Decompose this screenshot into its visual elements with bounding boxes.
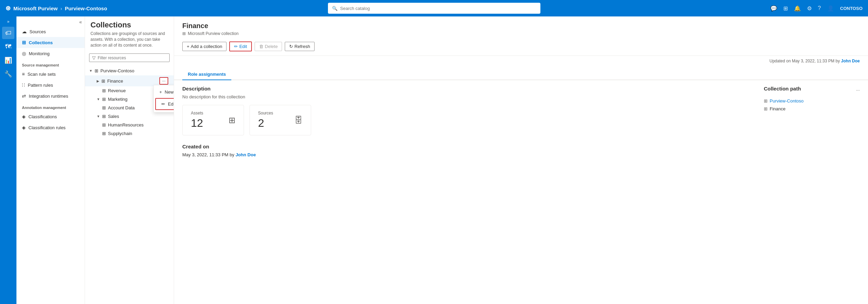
tree-body: ▼ ⊞ Purview-Contoso ▶ ⊞ Finance ··· + — [85, 65, 174, 304]
classification-rules-icon: ◈ — [22, 125, 26, 130]
sidebar-label-pattern-rules: Pattern rules — [28, 83, 53, 88]
human-resources-label: HumanResources — [108, 122, 170, 127]
add-icon: + — [187, 44, 190, 49]
collection-path-item-1: ⊞ Finance — [764, 105, 860, 113]
edit-dropdown-icon: ✏ — [161, 101, 165, 107]
sidebar: « ☁ Sources ⊞ Collections ◎ Monitoring S… — [16, 16, 85, 304]
collection-path-more-icon[interactable]: ··· — [856, 87, 860, 93]
tab-role-assignments[interactable]: Role assignments — [182, 69, 231, 80]
detail-subtitle: ⊞ Microsoft Purview collection — [182, 31, 860, 36]
collection-path-label-1: Finance — [770, 106, 785, 111]
created-date: May 3, 2022, 11:33 PM by John Doe — [182, 152, 753, 157]
management-icon: 🔧 — [4, 70, 12, 78]
updated-row: Updated on May 3, 2022, 11:33 PM by John… — [174, 56, 868, 66]
add-collection-button[interactable]: + Add a collection — [182, 42, 227, 51]
expand-rail-icon[interactable]: » — [7, 19, 10, 24]
tree-item-human-resources[interactable]: ⊞ HumanResources — [85, 121, 174, 129]
rail-management[interactable]: 🔧 — [2, 68, 14, 80]
search-icon: 🔍 — [332, 6, 338, 11]
collection-path-title: Collection path — [764, 86, 801, 92]
insights-icon: 📊 — [4, 57, 12, 64]
sidebar-item-integration-runtimes[interactable]: ⇄ Integration runtimes — [16, 90, 85, 101]
sidebar-item-classification-rules[interactable]: ◈ Classification rules — [16, 122, 85, 133]
supplychain-label: Supplychain — [108, 131, 170, 136]
edit-item[interactable]: ✏ Edit — [155, 98, 174, 110]
sidebar-item-monitoring[interactable]: ◎ Monitoring — [16, 48, 85, 59]
search-bar[interactable]: 🔍 — [328, 3, 540, 14]
sidebar-item-classifications[interactable]: ◈ Classifications — [16, 111, 85, 122]
settings-icon[interactable]: ⚙ — [807, 5, 812, 12]
collection-path-link-0[interactable]: Purview-Contoso — [770, 98, 804, 104]
sidebar-collapse[interactable]: « — [16, 18, 85, 26]
portals-icon[interactable]: ⊞ — [783, 5, 788, 12]
assets-count: 12 — [191, 117, 203, 130]
detail-main: Description No description for this coll… — [182, 86, 753, 157]
refresh-button[interactable]: ↻ Refresh — [285, 42, 315, 51]
pattern-rules-icon: ∷ — [22, 82, 25, 88]
feedback-icon[interactable]: 💬 — [770, 5, 777, 12]
sidebar-label-sources: Sources — [29, 29, 46, 34]
catalog-icon: 🏷 — [5, 29, 11, 37]
updated-text: Updated on May 3, 2022, 11:33 PM by John… — [770, 59, 860, 63]
collection-path-item-0: ⊞ Purview-Contoso — [764, 97, 860, 105]
tree-item-sales[interactable]: ▼ ⊞ Sales — [85, 112, 174, 121]
filter-input[interactable] — [98, 56, 167, 60]
collection-path-section: Collection path ··· ⊞ Purview-Contoso ⊞ … — [764, 86, 860, 157]
description-title: Description — [182, 86, 753, 92]
tree-item-supplychain[interactable]: ⊞ Supplychain — [85, 129, 174, 138]
top-nav-icons: 💬 ⊞ 🔔 ⚙ ? 👤 CONTOSO — [770, 5, 863, 12]
top-navigation: ⊛ Microsoft Purview › Purview-Contoso 🔍 … — [0, 0, 868, 16]
marketing-chevron: ▼ — [97, 97, 100, 101]
detail-panel: Finance ⊞ Microsoft Purview collection +… — [174, 16, 868, 304]
assets-info: Assets 12 — [191, 111, 203, 130]
finance-chevron: ▶ — [97, 79, 99, 83]
sources-label: Sources — [258, 111, 273, 115]
supplychain-icon: ⊞ — [102, 131, 106, 136]
notifications-icon[interactable]: 🔔 — [794, 5, 801, 12]
delete-label: Delete — [265, 44, 278, 49]
annotation-management-label: Annotation management — [16, 101, 85, 111]
sources-info: Sources 2 — [258, 111, 273, 130]
monitoring-icon: ◎ — [22, 51, 26, 56]
sources-card: Sources 2 🗄 — [249, 105, 311, 135]
root-icon: ⊞ — [95, 68, 98, 73]
stats-row: Assets 12 ⊞ Sources 2 🗄 — [182, 105, 753, 135]
new-subcollection-item[interactable]: + New subcollection — [154, 87, 174, 97]
collapse-icon[interactable]: « — [79, 19, 82, 25]
page-title: Collections — [90, 21, 168, 29]
delete-button[interactable]: 🗑 Delete — [255, 42, 282, 51]
assets-icon: ⊞ — [229, 115, 235, 125]
integration-runtimes-icon: ⇄ — [22, 93, 26, 99]
refresh-label: Refresh — [294, 44, 310, 49]
sales-chevron: ▼ — [97, 114, 100, 118]
profile-icon[interactable]: 👤 — [827, 5, 834, 12]
refresh-icon: ↻ — [289, 44, 293, 49]
help-icon[interactable]: ? — [818, 5, 821, 11]
plus-icon: + — [159, 89, 162, 95]
purview-logo-icon: ⊛ — [5, 4, 11, 12]
sidebar-item-sources[interactable]: ☁ Sources — [16, 26, 85, 37]
edit-button[interactable]: ✏ Edit — [229, 41, 252, 51]
sidebar-label-integration-runtimes: Integration runtimes — [29, 94, 68, 99]
tree-item-finance[interactable]: ▶ ⊞ Finance ··· + New subcollection ✏ Ed… — [85, 75, 174, 86]
filter-box[interactable]: ▽ — [89, 53, 170, 62]
rail-data-map[interactable]: 🗺 — [2, 40, 14, 53]
page-description: Collections are groupings of sources and… — [90, 31, 168, 48]
sidebar-item-scan-rule-sets[interactable]: ≡ Scan rule sets — [16, 69, 85, 80]
add-collection-label: Add a collection — [191, 44, 222, 49]
human-resources-icon: ⊞ — [102, 122, 106, 127]
sidebar-label-collections: Collections — [29, 40, 53, 45]
sidebar-item-pattern-rules[interactable]: ∷ Pattern rules — [16, 80, 85, 90]
account-data-icon: ⊞ — [102, 105, 106, 110]
sources-stat-icon: 🗄 — [294, 115, 303, 125]
finance-more-button[interactable]: ··· — [159, 77, 168, 85]
edit-icon: ✏ — [234, 44, 238, 49]
search-input[interactable] — [340, 6, 536, 11]
rail-data-catalog[interactable]: 🏷 — [2, 27, 14, 39]
tree-header: Collections Collections are groupings of… — [85, 16, 174, 51]
rail-insights[interactable]: 📊 — [2, 54, 14, 66]
assets-label: Assets — [191, 111, 203, 115]
collection-path-header: Collection path ··· — [764, 86, 860, 94]
tree-root[interactable]: ▼ ⊞ Purview-Contoso — [85, 66, 174, 75]
sidebar-item-collections[interactable]: ⊞ Collections — [16, 37, 85, 48]
